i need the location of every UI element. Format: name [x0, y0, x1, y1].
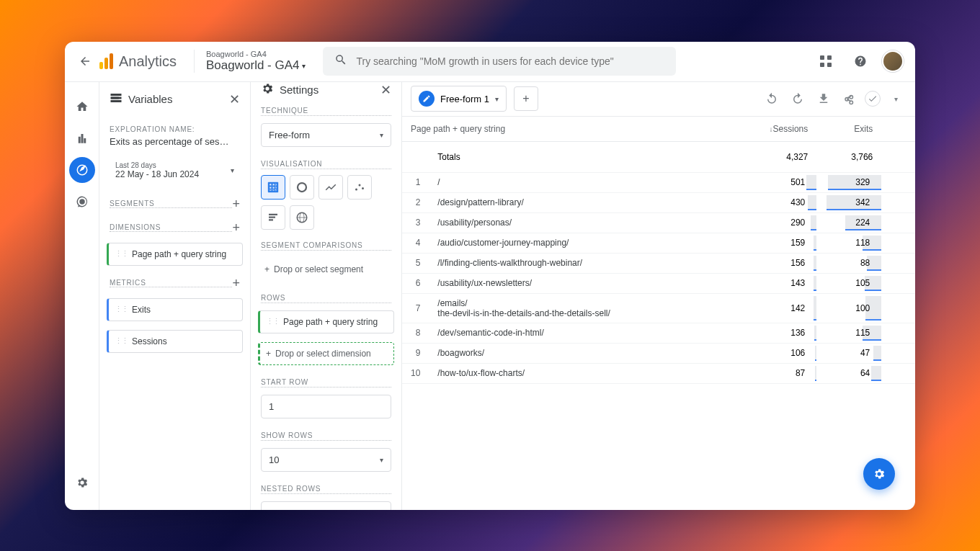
apps-grid-icon: [820, 55, 832, 67]
svg-rect-1: [111, 97, 119, 99]
svg-rect-3: [269, 183, 277, 192]
line-chart-icon: [324, 181, 337, 194]
data-table-wrap[interactable]: Page path + query string ↓Sessions Exits…: [402, 117, 915, 510]
table-row[interactable]: 1 / 501 329: [402, 172, 915, 192]
nav-home[interactable]: [69, 94, 95, 120]
row-sessions: 87: [752, 363, 816, 383]
row-number: 3: [402, 212, 429, 233]
row-sessions: 142: [752, 293, 816, 323]
add-metric[interactable]: +: [232, 276, 240, 291]
drag-handle-icon: ⋮⋮: [115, 336, 128, 346]
svg-point-8: [298, 183, 306, 192]
sample-button[interactable]: [865, 91, 881, 107]
table-row[interactable]: 6 /usability/ux-newsletters/ 143 105: [402, 273, 915, 293]
exploration-name[interactable]: Exits as percentage of ses…: [99, 136, 250, 154]
row-sessions: 136: [752, 323, 816, 343]
row-exits: 64: [816, 363, 881, 383]
user-avatar[interactable]: [882, 50, 904, 72]
download-button[interactable]: [813, 88, 834, 109]
date-range-picker[interactable]: Last 28 days 22 May - 18 Jun 2024: [110, 157, 240, 184]
nested-rows-select[interactable]: No: [261, 501, 391, 510]
table-row[interactable]: 7 /emails/the-devil-is-in-the-details-an…: [402, 293, 915, 323]
metric-chip-exits[interactable]: ⋮⋮Exits: [107, 298, 243, 321]
viz-table[interactable]: [261, 175, 285, 200]
drag-handle-icon: ⋮⋮: [115, 249, 128, 259]
tab-freeform-1[interactable]: Free-form 1 ▾: [411, 86, 507, 112]
apps-button[interactable]: [813, 48, 839, 74]
row-exits: 47: [816, 343, 881, 363]
dimension-chip[interactable]: ⋮⋮Page path + query string: [107, 243, 243, 266]
nav-explore[interactable]: [69, 157, 95, 183]
app-window: Analytics Boagworld - GA4 Boagworld - GA…: [65, 42, 915, 510]
viz-line[interactable]: [318, 175, 343, 200]
col-header-exits[interactable]: Exits: [816, 117, 881, 142]
rows-label: ROWS: [261, 294, 391, 303]
app-name: Analytics: [119, 53, 177, 70]
show-rows-label: SHOW ROWS: [261, 431, 391, 441]
nav-reports[interactable]: [69, 125, 95, 151]
table-row[interactable]: 8 /dev/semantic-code-in-html/ 136 115: [402, 323, 915, 343]
totals-sessions: 4,327: [752, 141, 816, 172]
row-exits: 118: [816, 233, 881, 253]
segments-label: SEGMENTS: [110, 200, 232, 208]
help-icon: [854, 55, 867, 68]
sample-dropdown[interactable]: ▾: [885, 88, 906, 109]
redo-button[interactable]: [787, 88, 808, 109]
back-button[interactable]: [76, 53, 94, 70]
settings-panel: Settings ✕ TECHNIQUE Free-form VISUALISA…: [251, 82, 402, 510]
col-header-path[interactable]: Page path + query string: [402, 117, 752, 142]
search-input[interactable]: [356, 55, 664, 67]
nav-advertising[interactable]: [69, 189, 95, 215]
start-row-input[interactable]: 1: [261, 395, 391, 418]
viz-geo[interactable]: [290, 205, 314, 230]
row-path: /usability/personas/: [429, 212, 752, 233]
close-variables[interactable]: ✕: [229, 91, 240, 107]
row-sessions: 430: [752, 192, 816, 212]
row-sessions: 106: [752, 343, 816, 363]
viz-donut[interactable]: [290, 175, 314, 200]
search-bar[interactable]: [323, 47, 676, 76]
table-row[interactable]: 2 /design/pattern-library/ 430 342: [402, 192, 915, 212]
tab-label: Free-form 1: [440, 94, 489, 104]
row-exits: 100: [816, 293, 881, 323]
pencil-icon: [419, 91, 435, 107]
nav-admin[interactable]: [69, 470, 95, 496]
metric-chip-sessions[interactable]: ⋮⋮Sessions: [107, 330, 243, 353]
row-chip[interactable]: ⋮⋮Page path + query string: [258, 310, 394, 333]
col-header-sessions[interactable]: ↓Sessions: [752, 117, 816, 142]
analytics-logo-icon: [99, 53, 113, 69]
add-segment[interactable]: +: [232, 197, 240, 212]
viz-scatter[interactable]: [347, 175, 372, 200]
row-number: 10: [402, 363, 429, 383]
close-settings[interactable]: ✕: [380, 82, 391, 98]
gear-icon: [76, 476, 89, 489]
share-button[interactable]: [839, 88, 860, 109]
add-tab[interactable]: +: [514, 86, 538, 111]
table-row[interactable]: 5 /l/finding-clients-walkthrough-webinar…: [402, 253, 915, 273]
gear-icon: [261, 82, 274, 98]
table-row[interactable]: 9 /boagworks/ 106 47: [402, 343, 915, 363]
segment-drop[interactable]: +Drop or select segment: [258, 258, 394, 281]
table-row[interactable]: 10 /how-to/ux-flow-charts/ 87 64: [402, 363, 915, 383]
row-exits: 88: [816, 253, 881, 273]
redo-icon: [791, 92, 804, 105]
undo-button[interactable]: [761, 88, 783, 109]
chevron-down-icon: ▾: [302, 62, 306, 70]
viz-bar[interactable]: [261, 205, 285, 230]
date-range: 22 May - 18 Jun 2024: [115, 169, 234, 179]
insights-fab[interactable]: [863, 458, 895, 490]
property-selector[interactable]: Boagworld - GA4 Boagworld - GA4 ▾: [194, 50, 306, 73]
add-dimension[interactable]: +: [232, 220, 240, 236]
search-icon: [334, 53, 347, 69]
technique-select[interactable]: Free-form: [261, 123, 391, 147]
show-rows-select[interactable]: 10: [261, 448, 391, 472]
row-number: 2: [402, 192, 429, 212]
row-drop[interactable]: +Drop or select dimension: [258, 342, 394, 365]
svg-point-9: [355, 188, 357, 190]
download-icon: [817, 92, 830, 105]
sparkle-gear-icon: [873, 467, 886, 480]
table-row[interactable]: 3 /usability/personas/ 290 224: [402, 212, 915, 233]
dimensions-label: DIMENSIONS: [110, 223, 232, 232]
table-row[interactable]: 4 /audio/customer-journey-mapping/ 159 1…: [402, 233, 915, 253]
help-button[interactable]: [847, 48, 873, 74]
